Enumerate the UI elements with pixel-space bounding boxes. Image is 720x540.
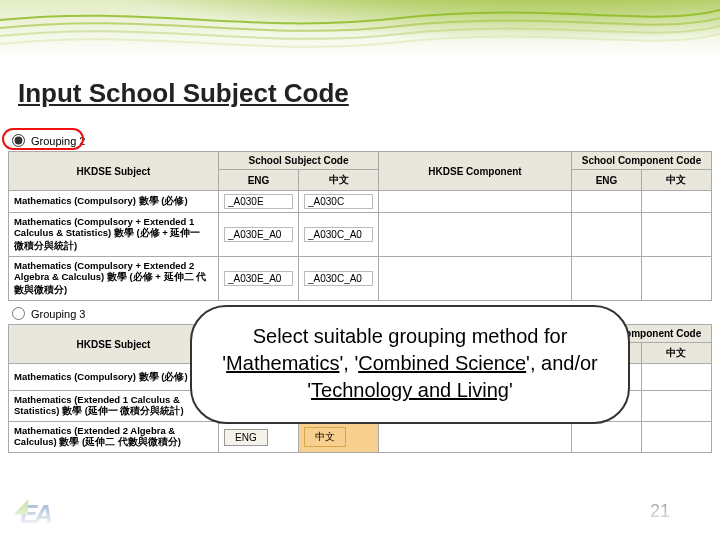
table-row: Mathematics (Compulsory) 數學 (必修) <box>9 191 712 213</box>
subject-cell: Mathematics (Extended 2 Algebra & Calcul… <box>9 422 219 453</box>
logo: ◢EA <box>20 499 50 530</box>
th-hkdse-subject: HKDSE Subject <box>9 152 219 191</box>
th-comp-eng: ENG <box>571 170 641 191</box>
subject-cell: Mathematics (Extended 1 Calculus & Stati… <box>9 391 219 422</box>
lang-zh-btn[interactable]: 中文 <box>304 427 346 447</box>
th-school-subject-code: School Subject Code <box>219 152 379 170</box>
callout-math: Mathematics <box>226 352 339 374</box>
callout-tl: Technology and Living <box>311 379 509 401</box>
grouping-2-label: Grouping 2 <box>31 135 85 147</box>
table-row: Mathematics (Compulsory + Extended 1 Cal… <box>9 213 712 257</box>
th-comp-zh: 中文 <box>641 343 711 364</box>
code-zh-input[interactable] <box>304 227 373 242</box>
th-zh: 中文 <box>299 170 379 191</box>
fade-overlay <box>0 460 720 540</box>
code-eng-input[interactable] <box>224 227 293 242</box>
subject-code-table-g2: HKDSE Subject School Subject Code HKDSE … <box>8 151 712 301</box>
page-title: Input School Subject Code <box>18 78 349 109</box>
subject-cell: Mathematics (Compulsory) 數學 (必修) <box>9 364 219 391</box>
grouping-2-radio[interactable]: Grouping 2 <box>12 134 712 147</box>
th-hkdse-subject: HKDSE Subject <box>9 325 219 364</box>
th-hkdse-component: HKDSE Component <box>379 152 572 191</box>
th-school-component-code: School Component Code <box>571 152 711 170</box>
code-zh-input[interactable] <box>304 194 373 209</box>
lang-eng-btn[interactable]: ENG <box>224 429 268 446</box>
grouping-2-radio-input[interactable] <box>12 134 25 147</box>
code-eng-input[interactable] <box>224 271 293 286</box>
table-row: Mathematics (Compulsory + Extended 2 Alg… <box>9 257 712 301</box>
th-eng: ENG <box>219 170 299 191</box>
code-eng-input[interactable] <box>224 194 293 209</box>
th-comp-zh: 中文 <box>641 170 711 191</box>
grouping-3-radio-input[interactable] <box>12 307 25 320</box>
subject-cell: Mathematics (Compulsory + Extended 2 Alg… <box>9 257 219 301</box>
page-number: 21 <box>650 501 670 522</box>
code-zh-input[interactable] <box>304 271 373 286</box>
grouping-3-label: Grouping 3 <box>31 308 85 320</box>
table-row: Mathematics (Extended 2 Algebra & Calcul… <box>9 422 712 453</box>
subject-cell: Mathematics (Compulsory) 數學 (必修) <box>9 191 219 213</box>
subject-cell: Mathematics (Compulsory + Extended 1 Cal… <box>9 213 219 257</box>
callout-cs: Combined Science <box>358 352 526 374</box>
decorative-header <box>0 0 720 72</box>
callout-bubble: Select suitable grouping method for 'Mat… <box>190 305 630 424</box>
